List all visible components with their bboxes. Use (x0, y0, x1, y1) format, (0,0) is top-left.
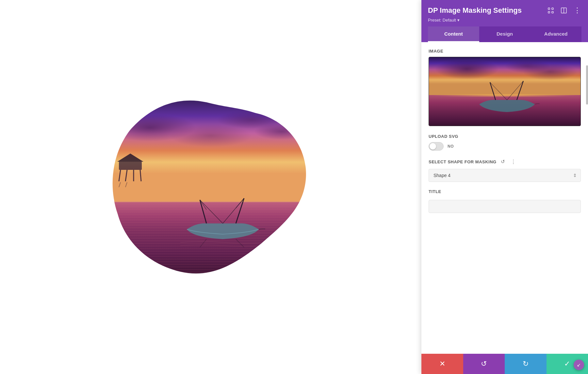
panel-content: Image (421, 42, 588, 354)
shape-reset-btn[interactable]: ↺ (499, 158, 507, 166)
shape-label-row: Select Shape for Masking ↺ ⋮ (429, 158, 581, 166)
svg-line-1 (119, 170, 121, 181)
title-label: Title (429, 189, 581, 194)
upload-svg-section: Upload SVG NO (429, 134, 581, 151)
shape-section: Select Shape for Masking ↺ ⋮ Shape 1 Sha… (429, 158, 581, 182)
image-preview-container[interactable] (429, 57, 581, 126)
title-section: Title (429, 189, 581, 213)
help-icon-symbol: ↙ (577, 362, 581, 367)
svg-line-24 (517, 81, 523, 100)
bottom-right-help-icon[interactable]: ↙ (574, 360, 584, 370)
svg-line-6 (119, 182, 121, 187)
cancel-button[interactable]: ✕ (421, 354, 463, 374)
more-icon-btn[interactable]: ⋮ (572, 6, 581, 15)
preview-boat-svg (474, 80, 540, 116)
panel-header: DP Image Masking Settings ⋮ (421, 0, 588, 42)
redo-button[interactable]: ↻ (505, 354, 547, 374)
redo-icon: ↻ (523, 360, 529, 368)
undo-icon: ↺ (481, 360, 487, 368)
svg-rect-17 (552, 8, 553, 9)
panel-title-icons: ⋮ (546, 6, 581, 15)
panel-title-row: DP Image Masking Settings ⋮ (428, 6, 581, 15)
blob-container (100, 89, 322, 285)
image-label: Image (429, 49, 581, 54)
upload-svg-toggle[interactable] (429, 142, 444, 151)
preset-selector[interactable]: Preset: Default ▾ (428, 18, 581, 23)
tab-design[interactable]: Design (479, 26, 531, 42)
svg-line-4 (140, 170, 141, 181)
shape-select[interactable]: Shape 1 Shape 2 Shape 3 Shape 4 Shape 5 … (429, 169, 581, 182)
shape-label-text: Select Shape for Masking (429, 159, 497, 164)
svg-rect-0 (119, 162, 142, 170)
panel-tabs: Content Design Advanced (428, 26, 581, 42)
preset-arrow-icon: ▾ (457, 18, 460, 23)
cancel-icon: ✕ (439, 360, 445, 368)
focus-icon-btn[interactable] (546, 6, 555, 15)
action-bar: ✕ ↺ ↻ ✓ (421, 354, 588, 374)
preset-label: Preset: Default (428, 18, 456, 23)
image-preview (429, 57, 580, 126)
boat-svg (180, 197, 265, 249)
toggle-knob (430, 143, 436, 150)
tab-advanced[interactable]: Advanced (530, 26, 581, 42)
stilts-svg (116, 152, 152, 188)
svg-line-25 (507, 81, 523, 100)
tab-content[interactable]: Content (428, 26, 479, 42)
toggle-no-label: NO (448, 144, 454, 149)
settings-panel: DP Image Masking Settings ⋮ (421, 0, 588, 374)
svg-line-7 (125, 182, 127, 187)
shape-more-btn[interactable]: ⋮ (510, 158, 517, 166)
svg-line-11 (236, 198, 244, 223)
panel-title: DP Image Masking Settings (428, 6, 522, 15)
canvas-area (0, 0, 421, 374)
shape-select-wrapper: Shape 1 Shape 2 Shape 3 Shape 4 Shape 5 … (429, 169, 581, 182)
svg-line-2 (125, 170, 127, 181)
svg-marker-5 (117, 154, 143, 162)
title-input[interactable] (429, 200, 581, 213)
layout-icon-btn[interactable] (559, 6, 568, 15)
svg-rect-19 (552, 11, 553, 13)
svg-line-14 (200, 239, 206, 247)
scrollbar-indicator[interactable] (586, 65, 588, 105)
undo-button[interactable]: ↺ (463, 354, 505, 374)
svg-rect-16 (548, 8, 550, 9)
image-section: Image (429, 49, 581, 126)
save-icon: ✓ (564, 360, 570, 368)
upload-svg-label: Upload SVG (429, 134, 581, 139)
blob-scene (109, 99, 312, 275)
svg-rect-18 (548, 11, 550, 13)
toggle-row: NO (429, 142, 581, 151)
